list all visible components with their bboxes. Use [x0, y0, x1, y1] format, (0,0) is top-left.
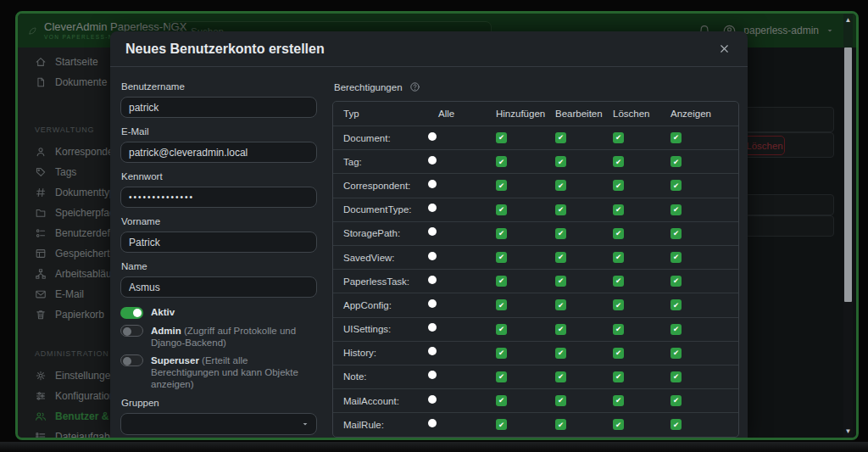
active-toggle[interactable]	[120, 307, 143, 319]
permission-checkbox-bearbeiten[interactable]: ✔	[555, 156, 566, 167]
email-label: E-Mail	[121, 126, 317, 137]
permission-checkbox-löschen[interactable]: ✔	[613, 324, 624, 335]
groups-select[interactable]	[120, 413, 317, 435]
permission-checkbox-anzeigen[interactable]: ✔	[670, 348, 682, 359]
active-toggle-title: Aktiv	[151, 307, 175, 317]
permission-type-label: StoragePath:	[333, 228, 428, 238]
last-name-group: Name	[120, 261, 317, 298]
column-header-löschen: Löschen	[603, 109, 660, 119]
permission-checkbox-hinzufügen[interactable]: ✔	[496, 180, 507, 191]
password-label: Kennwort	[121, 171, 317, 182]
permission-type-label: AppConfig:	[333, 300, 428, 310]
permission-row-savedview: SavedView:✔✔✔✔	[333, 245, 738, 269]
permission-checkbox-bearbeiten[interactable]: ✔	[555, 276, 566, 287]
last-name-field[interactable]	[120, 276, 317, 298]
password-field[interactable]	[120, 187, 317, 208]
permission-checkbox-bearbeiten[interactable]: ✔	[555, 204, 566, 215]
permission-checkbox-bearbeiten[interactable]: ✔	[555, 419, 566, 430]
permission-checkbox-bearbeiten[interactable]: ✔	[555, 395, 566, 406]
permission-checkbox-anzeigen[interactable]: ✔	[670, 204, 682, 215]
email-group: E-Mail	[120, 126, 317, 163]
permission-type-label: SavedView:	[333, 253, 428, 263]
permission-row-history: History:✔✔✔✔	[333, 341, 738, 365]
permission-checkbox-anzeigen[interactable]: ✔	[670, 299, 682, 310]
permission-checkbox-hinzufügen[interactable]: ✔	[496, 252, 507, 263]
permission-checkbox-bearbeiten[interactable]: ✔	[555, 371, 566, 382]
permission-type-label: Note:	[333, 371, 428, 382]
permission-checkbox-hinzufügen[interactable]: ✔	[496, 324, 507, 335]
username-field[interactable]	[120, 97, 317, 118]
permission-checkbox-anzeigen[interactable]: ✔	[670, 132, 682, 143]
permission-checkbox-hinzufügen[interactable]: ✔	[496, 395, 507, 406]
email-field[interactable]	[120, 142, 317, 163]
permission-type-label: Document:	[333, 133, 428, 143]
permission-checkbox-anzeigen[interactable]: ✔	[670, 228, 682, 239]
first-name-label: Vorname	[121, 216, 317, 227]
permission-checkbox-bearbeiten[interactable]: ✔	[555, 324, 566, 335]
close-button[interactable]	[716, 41, 732, 57]
vertical-scrollbar[interactable]: ▲ ▼	[843, 14, 853, 438]
first-name-field[interactable]	[120, 232, 317, 253]
help-question-icon[interactable]	[409, 81, 420, 92]
permission-checkbox-hinzufügen[interactable]: ✔	[496, 348, 507, 359]
permission-checkbox-anzeigen[interactable]: ✔	[670, 395, 682, 406]
permission-checkbox-hinzufügen[interactable]: ✔	[496, 371, 507, 382]
admin-toggle[interactable]	[120, 325, 143, 337]
permission-type-label: Tag:	[333, 157, 428, 167]
permission-checkbox-hinzufügen[interactable]: ✔	[496, 276, 507, 287]
user-form-fields: BenutzernameE-MailKennwortVornameName	[120, 81, 317, 298]
permission-checkbox-bearbeiten[interactable]: ✔	[555, 299, 566, 310]
permission-checkbox-hinzufügen[interactable]: ✔	[496, 299, 507, 310]
permission-checkbox-löschen[interactable]: ✔	[613, 395, 624, 406]
screenshot-stage: CleverAdmin Paperless-NGX VON PAPERLESS-…	[0, 0, 868, 452]
permissions-table: TypAlleHinzufügenBearbeitenLöschenAnzeig…	[332, 101, 739, 438]
permission-checkbox-hinzufügen[interactable]: ✔	[496, 228, 507, 239]
last-name-label: Name	[121, 261, 317, 272]
permission-checkbox-löschen[interactable]: ✔	[613, 132, 624, 143]
column-header-anzeigen: Anzeigen	[660, 109, 738, 119]
permission-checkbox-anzeigen[interactable]: ✔	[670, 371, 682, 382]
permission-checkbox-löschen[interactable]: ✔	[613, 228, 624, 239]
permission-checkbox-löschen[interactable]: ✔	[613, 204, 624, 215]
permission-type-label: PaperlessTask:	[333, 276, 428, 287]
permission-checkbox-bearbeiten[interactable]: ✔	[555, 348, 566, 359]
permission-row-documenttype: DocumentType:✔✔✔✔	[333, 198, 738, 221]
permission-checkbox-löschen[interactable]: ✔	[613, 180, 624, 191]
permission-checkbox-hinzufügen[interactable]: ✔	[496, 204, 507, 215]
permission-checkbox-bearbeiten[interactable]: ✔	[555, 132, 566, 143]
groups-label: Gruppen	[121, 398, 317, 409]
permission-row-appconfig: AppConfig:✔✔✔✔	[333, 293, 738, 316]
permission-checkbox-bearbeiten[interactable]: ✔	[555, 252, 566, 263]
permission-checkbox-anzeigen[interactable]: ✔	[670, 180, 682, 191]
permission-checkbox-bearbeiten[interactable]: ✔	[555, 228, 566, 239]
permission-checkbox-löschen[interactable]: ✔	[613, 276, 624, 287]
permission-checkbox-löschen[interactable]: ✔	[613, 156, 624, 167]
permission-checkbox-löschen[interactable]: ✔	[613, 419, 624, 430]
permission-checkbox-anzeigen[interactable]: ✔	[670, 276, 682, 287]
permission-checkbox-löschen[interactable]: ✔	[613, 299, 624, 310]
permission-checkbox-anzeigen[interactable]: ✔	[670, 252, 682, 263]
permission-checkbox-hinzufügen[interactable]: ✔	[496, 156, 507, 167]
window-reflection	[0, 442, 868, 452]
permissions-header-row: TypAlleHinzufügenBearbeitenLöschenAnzeig…	[333, 102, 738, 126]
modal-body: BenutzernameE-MailKennwortVornameName Ak…	[110, 67, 748, 438]
first-name-group: Vorname	[120, 216, 317, 253]
permission-checkbox-anzeigen[interactable]: ✔	[670, 419, 682, 430]
permission-checkbox-anzeigen[interactable]: ✔	[670, 324, 682, 335]
permission-checkbox-löschen[interactable]: ✔	[613, 252, 624, 263]
permission-checkbox-anzeigen[interactable]: ✔	[670, 156, 682, 167]
select-caret-down-icon	[301, 420, 309, 428]
permission-checkbox-löschen[interactable]: ✔	[613, 348, 624, 359]
permission-row-correspondent: Correspondent:✔✔✔✔	[333, 173, 738, 197]
scroll-down-icon[interactable]: ▼	[843, 426, 853, 437]
permission-row-paperlesstask: PaperlessTask:✔✔✔✔	[333, 269, 738, 293]
scrollbar-thumb[interactable]	[844, 47, 852, 302]
permission-checkbox-bearbeiten[interactable]: ✔	[555, 180, 566, 191]
scroll-up-icon[interactable]: ▲	[843, 14, 853, 25]
permission-checkbox-hinzufügen[interactable]: ✔	[496, 132, 507, 143]
permission-checkbox-hinzufügen[interactable]: ✔	[496, 419, 507, 430]
username-label: Benutzername	[121, 81, 317, 92]
superuser-toggle-title: Superuser	[151, 355, 199, 366]
superuser-toggle[interactable]	[120, 354, 143, 366]
permission-checkbox-löschen[interactable]: ✔	[613, 371, 624, 382]
